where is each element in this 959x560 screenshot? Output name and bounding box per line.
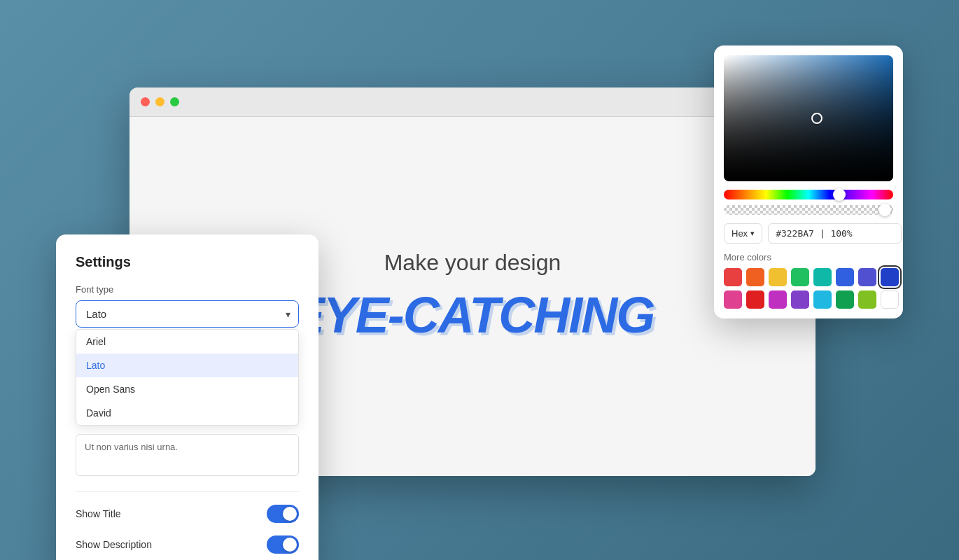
hue-slider[interactable]	[724, 190, 893, 200]
hex-row: Hex ▾	[724, 223, 893, 244]
swatch-lime[interactable]	[858, 290, 876, 309]
swatch-red[interactable]	[724, 268, 742, 286]
color-gradient[interactable]	[724, 55, 893, 181]
show-description-label: Show Description	[76, 539, 152, 550]
more-colors-label: More colors	[724, 252, 893, 262]
color-swatches-row2	[724, 290, 893, 309]
swatch-white[interactable]	[881, 290, 899, 309]
show-title-row: Show Title	[76, 505, 299, 523]
font-type-label: Font type	[76, 284, 299, 295]
opacity-slider[interactable]	[724, 205, 893, 215]
swatch-emerald[interactable]	[836, 290, 854, 309]
font-dropdown: Ariel Lato Open Sans David	[76, 329, 299, 426]
swatch-dark-blue[interactable]	[881, 268, 899, 286]
hex-format-selector[interactable]: Hex ▾	[724, 223, 762, 244]
settings-panel: Settings Font type Ariel Lato Open Sans …	[56, 234, 318, 560]
settings-title: Settings	[76, 254, 299, 270]
hue-slider-wrapper	[724, 190, 893, 200]
color-swatches-row1	[724, 268, 893, 286]
color-cursor	[811, 113, 822, 124]
browser-catchphrase: EYE-CATCHING	[291, 286, 654, 344]
swatch-green[interactable]	[791, 268, 809, 286]
swatch-magenta[interactable]	[769, 290, 787, 309]
hue-thumb	[833, 188, 846, 201]
browser-tagline: Make your design	[384, 250, 561, 276]
close-button[interactable]	[141, 97, 150, 106]
swatch-purple[interactable]	[791, 290, 809, 309]
font-select-wrapper: Ariel Lato Open Sans David ▾	[76, 300, 299, 328]
divider	[76, 491, 299, 492]
chevron-down-icon: ▾	[750, 229, 755, 238]
swatch-yellow[interactable]	[769, 268, 787, 286]
swatch-pink[interactable]	[724, 290, 742, 309]
maximize-button[interactable]	[170, 97, 179, 106]
swatch-teal[interactable]	[813, 268, 832, 286]
swatch-blue[interactable]	[836, 268, 854, 286]
browser-titlebar	[130, 88, 816, 117]
font-select[interactable]: Ariel Lato Open Sans David	[76, 300, 299, 328]
font-option-david[interactable]: David	[76, 401, 298, 425]
show-description-toggle[interactable]	[267, 536, 299, 554]
swatch-indigo[interactable]	[858, 268, 876, 286]
show-description-row: Show Description	[76, 536, 299, 554]
minimize-button[interactable]	[155, 97, 164, 106]
swatch-cyan[interactable]	[813, 290, 832, 309]
color-picker-panel: Hex ▾ More colors	[714, 46, 903, 318]
hex-value-input[interactable]	[768, 223, 902, 244]
description-textarea[interactable]: Ut non varius nisi urna.	[76, 434, 299, 476]
swatch-crimson[interactable]	[746, 290, 764, 309]
font-option-ariel[interactable]: Ariel	[76, 330, 298, 354]
font-option-lato[interactable]: Lato	[76, 354, 298, 377]
swatch-orange[interactable]	[746, 268, 764, 286]
gradient-overlay	[724, 55, 893, 181]
show-title-toggle[interactable]	[267, 505, 299, 523]
font-option-opensans[interactable]: Open Sans	[76, 377, 298, 401]
opacity-slider-wrapper	[724, 205, 893, 215]
opacity-thumb	[878, 204, 891, 216]
hex-format-label: Hex	[732, 228, 748, 239]
show-title-label: Show Title	[76, 508, 121, 519]
